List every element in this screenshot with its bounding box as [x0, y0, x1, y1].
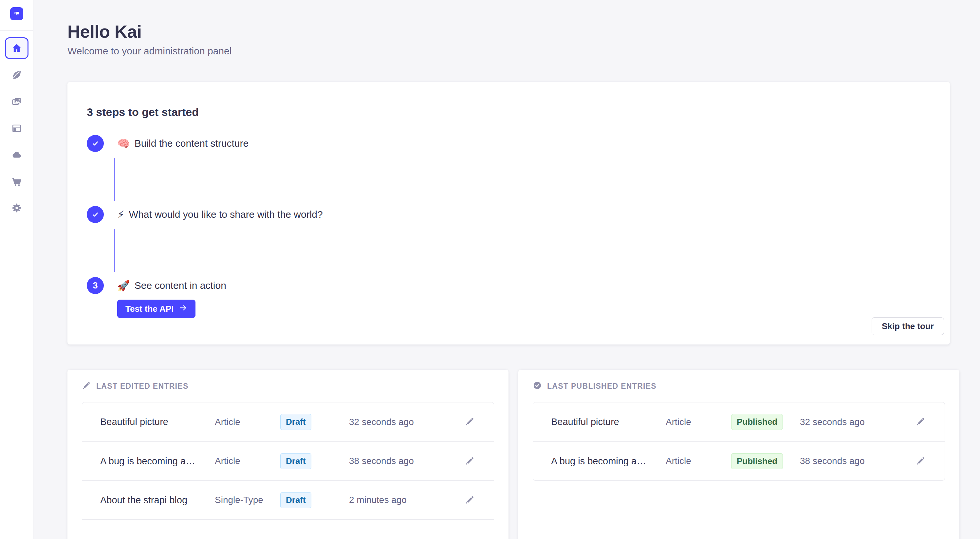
skip-tour-button[interactable]: Skip the tour [872, 317, 944, 335]
main-content: Hello Kai Welcome to your administration… [33, 0, 980, 539]
home-icon [11, 43, 22, 54]
check-circle-icon [533, 381, 542, 391]
panel-header: LAST PUBLISHED ENTRIES [533, 382, 945, 391]
images-icon [11, 96, 22, 107]
onboarding-card: 3 steps to get started 🧠 Build the conte… [67, 82, 950, 345]
edit-entry-button[interactable] [461, 491, 479, 509]
test-api-button[interactable]: Test the API [117, 300, 196, 318]
sidebar-item-marketplace[interactable] [6, 172, 28, 191]
skip-row: Skip the tour [87, 317, 944, 335]
feather-icon [11, 70, 22, 80]
edit-entry-button[interactable] [912, 452, 930, 470]
step-done-check-icon [87, 206, 104, 223]
table-row: About the strapi blog Single-Type Draft … [82, 480, 494, 519]
step-label: 🧠 Build the content structure [117, 138, 248, 149]
lightning-emoji-icon: ⚡ [117, 210, 124, 220]
arrow-right-icon [179, 304, 187, 314]
last-edited-table: Beautiful picture Article Draft 32 secon… [82, 402, 494, 539]
pencil-icon [465, 456, 475, 467]
table-row-cutoff [82, 519, 494, 539]
step-number-badge: 3 [87, 277, 104, 294]
cloud-icon [11, 149, 22, 161]
onboarding-step-2: ⚡ What would you like to share with the … [87, 206, 944, 223]
step-done-check-icon [87, 135, 104, 152]
cta-row: Test the API [117, 300, 944, 318]
sidebar-item-content-type-builder[interactable] [6, 119, 28, 138]
edit-entry-button[interactable] [461, 413, 479, 431]
rocket-emoji-icon: 🚀 [117, 281, 130, 291]
panel-header: LAST EDITED ENTRIES [82, 382, 494, 391]
page-title: Hello Kai [67, 22, 959, 41]
status-badge: Draft [280, 453, 312, 469]
pencil-icon [465, 495, 475, 506]
panel-title: LAST PUBLISHED ENTRIES [547, 382, 657, 391]
step-label: ⚡ What would you like to share with the … [117, 209, 323, 220]
pencil-icon [916, 417, 926, 427]
last-published-table: Beautiful picture Article Published 32 s… [533, 402, 945, 481]
sidebar-item-settings[interactable] [6, 198, 28, 218]
last-published-panel: LAST PUBLISHED ENTRIES Beautiful picture… [518, 370, 959, 539]
status-badge: Draft [280, 414, 312, 430]
cart-icon [11, 176, 22, 187]
table-row: Beautiful picture Article Draft 32 secon… [82, 402, 494, 441]
sidebar-item-deploy[interactable] [6, 145, 28, 165]
sidebar-divider [0, 30, 33, 31]
status-badge: Published [731, 453, 783, 469]
brain-emoji-icon: 🧠 [117, 138, 130, 149]
pencil-icon [82, 381, 91, 391]
main-navigation-sidebar [0, 0, 33, 539]
layout-icon [11, 123, 22, 134]
step-connector-line [114, 229, 115, 272]
table-row: Beautiful picture Article Published 32 s… [533, 402, 945, 441]
sidebar-item-content-manager[interactable] [6, 65, 28, 85]
status-badge: Draft [280, 492, 312, 508]
sidebar-item-home[interactable] [5, 37, 29, 59]
onboarding-title: 3 steps to get started [87, 105, 944, 119]
strapi-admin-dashboard: Hello Kai Welcome to your administration… [0, 0, 980, 539]
step-connector-line [114, 158, 115, 201]
status-badge: Published [731, 414, 783, 430]
gear-icon [11, 202, 22, 213]
entries-panels: LAST EDITED ENTRIES Beautiful picture Ar… [67, 370, 959, 539]
step-label: 🚀 See content in action [117, 280, 226, 291]
workspace-logo[interactable] [10, 7, 23, 20]
sidebar-item-media-library[interactable] [6, 92, 28, 111]
table-row: A bug is becoming a… Article Draft 38 se… [82, 441, 494, 480]
pencil-icon [916, 456, 926, 467]
strapi-logo-icon [13, 9, 21, 19]
onboarding-step-1: 🧠 Build the content structure [87, 135, 944, 152]
edit-entry-button[interactable] [912, 413, 930, 431]
page-subtitle: Welcome to your administration panel [67, 45, 959, 58]
onboarding-step-3: 3 🚀 See content in action [87, 277, 944, 294]
pencil-icon [465, 417, 475, 427]
last-edited-panel: LAST EDITED ENTRIES Beautiful picture Ar… [67, 370, 509, 539]
panel-title: LAST EDITED ENTRIES [96, 382, 189, 391]
edit-entry-button[interactable] [461, 452, 479, 470]
table-row: A bug is becoming a… Article Published 3… [533, 441, 945, 480]
